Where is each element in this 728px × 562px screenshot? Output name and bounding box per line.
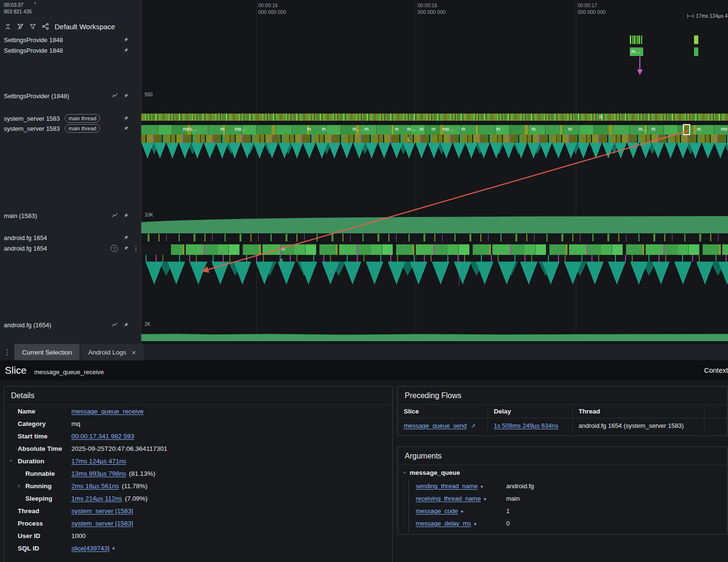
collapse-tracks-icon[interactable] bbox=[4, 23, 12, 31]
help-icon[interactable]: ? bbox=[111, 245, 118, 252]
track-settingsprovider-counter[interactable]: SettingsProvider (1848) bbox=[0, 90, 141, 102]
time-tick: 00:00:17000 000 000 bbox=[578, 2, 605, 15]
tab-label: Android Logs bbox=[88, 349, 126, 356]
track-androidfg-counter[interactable]: android.fg (1654) bbox=[0, 319, 141, 331]
track-settingsprovider-row2[interactable]: SettingsProvide 1848 bbox=[0, 45, 141, 56]
show-graph-icon[interactable] bbox=[112, 92, 118, 99]
pin-icon[interactable] bbox=[123, 126, 129, 132]
dropdown-caret-icon[interactable]: ▾ bbox=[480, 484, 483, 489]
track-androidfg-state[interactable]: android.fg 1654 bbox=[0, 233, 141, 242]
selection-kind: Slice bbox=[5, 365, 27, 376]
pin-icon[interactable] bbox=[123, 322, 129, 328]
systemserver-slice-depth-track[interactable] bbox=[141, 135, 728, 143]
detail-value-link[interactable]: system_server [1583] bbox=[71, 520, 133, 527]
detail-label: Absolute Time bbox=[18, 445, 71, 452]
detail-row-absolute-time: Absolute Time 2025-09-25T20:47:06.364117… bbox=[4, 442, 392, 455]
detail-row-sleeping: Sleeping 1ms 214µs 112ns (7.09%) bbox=[4, 492, 392, 505]
androidfg-flame-track[interactable] bbox=[141, 262, 728, 286]
androidfg-slice-track[interactable] bbox=[141, 244, 728, 255]
argument-key-link[interactable]: message_code bbox=[416, 507, 458, 515]
detail-value: 1000 bbox=[71, 532, 86, 539]
main-thread-badge: main thread bbox=[65, 114, 100, 123]
argument-key-link[interactable]: receiving_thread_name bbox=[416, 495, 481, 502]
track-systemserver-state[interactable]: system_server 1583 main thread bbox=[0, 114, 141, 123]
pin-icon[interactable] bbox=[123, 47, 129, 54]
collapse-chevron-icon[interactable]: › bbox=[401, 471, 409, 473]
androidfg-slice-depth-track[interactable] bbox=[141, 255, 728, 262]
track-menu-icon[interactable]: ⋮ bbox=[133, 244, 139, 252]
flow-slice-link[interactable]: message_queue_send bbox=[404, 422, 467, 429]
flows-header-slice: Slice bbox=[398, 405, 488, 418]
detail-percentage: (7.09%) bbox=[125, 495, 148, 502]
timeline-region: 00:03:37 + 903 821 435 Default Wor bbox=[0, 0, 728, 344]
argument-key-link[interactable]: message_delay_ms bbox=[416, 520, 471, 527]
tab-android-logs[interactable]: Android Logs × bbox=[80, 344, 143, 360]
main-counter-area[interactable] bbox=[141, 214, 728, 233]
detail-label: Runnable bbox=[25, 470, 71, 477]
tab-bar: ⋮ Current Selection Android Logs × bbox=[0, 344, 728, 360]
workspace-title[interactable]: Default Workspace bbox=[55, 23, 115, 31]
detail-value-link[interactable]: 00:00:17.341 982 593 bbox=[71, 433, 134, 440]
panel-menu-icon[interactable]: ⋮ bbox=[0, 344, 14, 360]
argument-value: 1 bbox=[506, 507, 510, 515]
time-tick: 00:00:16500 000 000 bbox=[418, 2, 445, 15]
detail-row-start-time: Start time 00:00:17.341 982 593 bbox=[4, 430, 392, 442]
detail-value-link[interactable]: 17ms 124µs 471ns bbox=[71, 458, 126, 465]
detail-value-link[interactable]: 1ms 214µs 112ns bbox=[71, 495, 122, 502]
detail-percentage: (11.78%) bbox=[122, 482, 148, 490]
show-graph-icon[interactable] bbox=[112, 321, 118, 328]
mini-slice[interactable] bbox=[694, 35, 698, 44]
pin-icon[interactable] bbox=[123, 213, 129, 219]
argument-group-name[interactable]: message_queue bbox=[410, 469, 460, 476]
androidfg-counter-area[interactable] bbox=[141, 330, 728, 341]
argument-key-link[interactable]: sending_thread_name bbox=[416, 482, 478, 490]
collapse-chevron-icon[interactable]: › bbox=[8, 459, 15, 461]
detail-value-link[interactable]: 2ms 16µs 561ns bbox=[71, 482, 119, 490]
mini-slice-group[interactable] bbox=[630, 35, 642, 44]
show-graph-icon[interactable] bbox=[112, 212, 118, 219]
external-link-icon[interactable]: ↗ bbox=[471, 423, 476, 429]
pin-icon[interactable] bbox=[123, 245, 129, 252]
context-button[interactable]: Context bbox=[704, 367, 728, 374]
androidfg-thread-state-track[interactable] bbox=[141, 234, 728, 241]
flow-delay-link[interactable]: 1s 508ms 249µs 634ns bbox=[494, 422, 558, 429]
detail-value-link[interactable]: message_queue_receive bbox=[71, 408, 144, 415]
filter-icon[interactable] bbox=[29, 23, 37, 31]
dropdown-caret-icon[interactable]: ▾ bbox=[474, 521, 477, 527]
track-name: android.fg 1654 bbox=[4, 234, 47, 241]
detail-value-link[interactable]: system_server [1583] bbox=[71, 507, 133, 515]
systemserver-slice-track[interactable] bbox=[141, 125, 728, 135]
track-androidfg-slices[interactable]: android.fg 1654 ? ⋮ bbox=[0, 243, 141, 253]
flow-slice-cell: message_queue_send ↗ bbox=[398, 418, 488, 433]
detail-value-link[interactable]: 13ms 893µs 798ns bbox=[71, 470, 126, 477]
range-bracket-icon bbox=[687, 14, 694, 18]
expand-chevron-icon[interactable]: › bbox=[18, 482, 20, 489]
pin-icon[interactable] bbox=[123, 115, 129, 122]
detail-value-link[interactable]: slice[439743] bbox=[71, 545, 110, 552]
argument-group-row: › message_queue bbox=[398, 465, 727, 480]
argument-value: 0 bbox=[506, 520, 510, 527]
tab-current-selection[interactable]: Current Selection bbox=[14, 344, 80, 360]
dropdown-caret-icon[interactable]: ▾ bbox=[484, 496, 486, 502]
track-main-counter[interactable]: main (1583) bbox=[0, 210, 141, 221]
pin-icon[interactable] bbox=[123, 93, 129, 99]
dropdown-caret-icon[interactable]: ▾ bbox=[113, 546, 115, 551]
mini-slice[interactable] bbox=[694, 47, 698, 56]
pin-icon[interactable] bbox=[123, 235, 129, 241]
track-name: system_server 1583 bbox=[4, 125, 60, 132]
track-name: main (1583) bbox=[4, 212, 37, 219]
track-settingsprovider-row1[interactable]: SettingsProvide 1848 bbox=[0, 34, 141, 45]
timeline-canvas[interactable]: 00:00:16000 000 000 00:00:16500 000 000 … bbox=[141, 0, 728, 344]
close-tab-icon[interactable]: × bbox=[132, 348, 136, 356]
counter-scale-label: 10K bbox=[145, 212, 153, 218]
track-systemserver-slices[interactable]: system_server 1583 main thread bbox=[0, 124, 141, 133]
mini-slice-labeled[interactable]: m… bbox=[630, 47, 643, 56]
pin-icon[interactable] bbox=[123, 37, 129, 43]
clear-filter-icon[interactable] bbox=[16, 23, 24, 31]
detail-label: Name bbox=[18, 408, 71, 415]
workspace-icon[interactable] bbox=[41, 23, 49, 31]
dropdown-caret-icon[interactable]: ▾ bbox=[461, 509, 463, 514]
selected-slice[interactable] bbox=[683, 124, 690, 135]
argument-row: receiving_thread_name▾ main bbox=[409, 492, 727, 505]
systemserver-thread-state-track[interactable] bbox=[141, 114, 728, 121]
